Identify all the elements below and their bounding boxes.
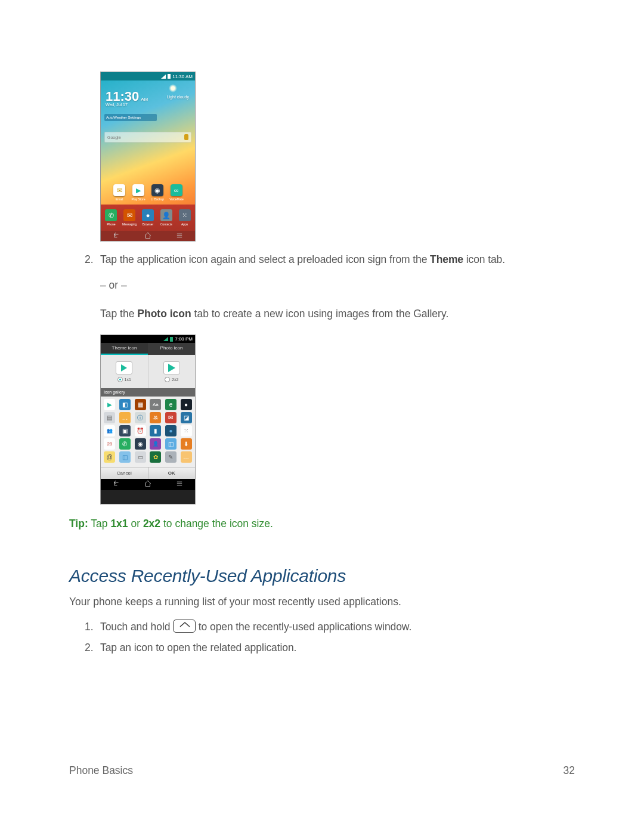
gallery-icon: ꔛ [150, 412, 161, 423]
icon-grid-row: 👥▣⏰▮●⁙ [102, 425, 194, 436]
gallery-icon: ◪ [181, 412, 192, 423]
preview-2x2 [163, 361, 180, 374]
home-icon-voicemate: ∞VoiceMate [169, 184, 184, 201]
home-icon-play-store: ▶Play Store [131, 184, 145, 201]
search-bar: Google [104, 132, 191, 143]
clock-date: Wed, Jul 17 [106, 103, 148, 107]
gallery-icon: ◫ [165, 438, 177, 450]
gallery-icon: ⁙ [181, 425, 192, 436]
home-button-icon [173, 620, 196, 633]
icon-tabs: Theme icon Photo icon [101, 343, 195, 355]
gallery-icon: ▶ [104, 399, 115, 410]
statusbar-time: 7:00 PM [175, 336, 193, 342]
back-icon [112, 231, 120, 242]
search-placeholder: Google [107, 135, 121, 140]
tip-line: Tip: Tap 1x1 or 2x2 to change the icon s… [69, 518, 575, 530]
radio-2x2 [165, 377, 170, 382]
gallery-icon: ◧ [119, 399, 131, 410]
gallery-icon: 👥 [104, 425, 115, 436]
gallery-icon: … [181, 451, 192, 463]
preview-1x1 [116, 361, 132, 374]
cancel-button: Cancel [101, 467, 148, 479]
battery-icon [170, 337, 173, 342]
home-icon [144, 231, 152, 242]
signal-icon [163, 337, 168, 341]
footer-page-number: 32 [564, 764, 575, 777]
sun-icon [169, 84, 177, 92]
document-page: 11:30 AM 11:30AM Wed, Jul 17 Light cloud… [0, 0, 644, 833]
nav-bar [101, 479, 195, 490]
gallery-icon: Aa [150, 399, 161, 410]
gallery-icon: ✿ [150, 451, 161, 463]
icon-grid-row: @◫▭✿✎… [102, 451, 194, 463]
back-icon [112, 479, 120, 490]
gallery-icon: ▤ [104, 412, 115, 423]
tab-theme-icon: Theme icon [101, 343, 148, 355]
menu-icon [175, 479, 184, 490]
home-icon-email: ✉Email [112, 184, 126, 201]
statusbar: 11:30 AM [101, 72, 195, 80]
statusbar: 7:00 PM [101, 335, 195, 343]
gallery-icon: ▣ [119, 425, 131, 436]
footer-section: Phone Basics [69, 764, 133, 777]
step-2-alt: Tap the Photo icon tab to create a new i… [100, 306, 575, 321]
mic-icon [184, 134, 188, 140]
signal-icon [161, 75, 166, 79]
weather-label: Light cloudy [167, 95, 189, 99]
dock-icon-apps: ⁙Apps [177, 209, 193, 226]
gallery-icon: ✉ [165, 412, 177, 423]
gallery-icon: ✆ [119, 438, 131, 450]
tab-photo-icon: Photo icon [148, 343, 195, 355]
clock-time: 11:30 [106, 89, 139, 104]
page-footer: Phone Basics 32 [69, 764, 575, 777]
gallery-icon: e [165, 399, 177, 410]
statusbar-time: 11:30 AM [172, 74, 193, 79]
option-1x1: 1x1 [101, 355, 148, 388]
battery-icon [168, 74, 171, 79]
icon-grid: ▶◧▦Aae●▤…ⓘꔛ✉◪👥▣⏰▮●⁙28✆◉👤◫⬇@◫▭✿✎… [101, 397, 195, 467]
gallery-icon: 👤 [150, 438, 161, 450]
gallery-icon: ◫ [119, 451, 131, 463]
gallery-icon: ⏰ [135, 425, 146, 436]
gallery-icon: @ [104, 451, 115, 463]
clock-widget: 11:30AM Wed, Jul 17 [106, 89, 148, 107]
gallery-icon: ▦ [135, 399, 146, 410]
clock-ampm: AM [141, 97, 148, 102]
icon-grid-row: ▤…ⓘꔛ✉◪ [102, 412, 194, 423]
figure-home-screen: 11:30 AM 11:30AM Wed, Jul 17 Light cloud… [100, 72, 196, 241]
menu-icon [175, 231, 184, 242]
step-2-block: 11:30 AM 11:30AM Wed, Jul 17 Light cloud… [69, 72, 575, 504]
weather-widget-bar: AutoWeather Settings [104, 114, 157, 121]
option-2x2: 2x2 [148, 355, 196, 388]
home-icon-li-backup: ◉LI Backup [150, 184, 165, 201]
dock-icon-phone: ✆Phone [103, 209, 119, 226]
gallery-icon: ✎ [165, 451, 177, 463]
dock-icon-contacts: 👤Contacts [159, 209, 174, 226]
home-icon-row: ✉Email▶Play Store◉LI Backup∞VoiceMate [101, 184, 195, 201]
section-step-2: 2. Tap an icon to open the related appli… [85, 640, 575, 655]
nav-bar [101, 231, 195, 241]
or-separator: – or – [100, 278, 575, 293]
gallery-icon: ◉ [135, 438, 146, 450]
home-icon [144, 479, 152, 490]
figure-icon-gallery: 7:00 PM Theme icon Photo icon 1x1 2x2 Ic… [100, 335, 196, 504]
icon-grid-row: 28✆◉👤◫⬇ [102, 438, 194, 450]
home-dock: ✆Phone✉Messaging●Browser👤Contacts⁙Apps [101, 205, 195, 231]
icon-grid-row: ▶◧▦Aae● [102, 399, 194, 410]
gallery-icon: … [119, 412, 131, 423]
step-2: 2. Tap the application icon again and se… [85, 252, 575, 267]
gallery-icon: 28 [104, 438, 115, 450]
gallery-icon: ⓘ [135, 412, 146, 423]
gallery-icon: ● [165, 425, 177, 436]
dock-icon-browser: ●Browser [140, 209, 156, 226]
section-steps: 1. Touch and hold to open the recently-u… [69, 620, 575, 656]
section-intro: Your phone keeps a running list of your … [69, 594, 575, 609]
gallery-icon: ⬇ [181, 438, 192, 450]
gallery-icon: ● [181, 399, 192, 410]
section-heading: Access Recently-Used Applications [69, 566, 575, 586]
step-2-text: Tap the application icon again and selec… [100, 252, 575, 267]
size-options: 1x1 2x2 [101, 355, 195, 388]
icon-gallery-label: Icon gallery [101, 388, 195, 397]
gallery-icon: ▭ [135, 451, 146, 463]
section-step-1: 1. Touch and hold to open the recently-u… [85, 620, 575, 634]
